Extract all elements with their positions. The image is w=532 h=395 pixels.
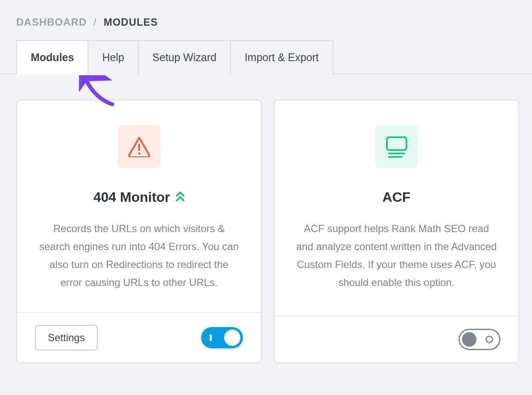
module-title-text: 404 Monitor — [94, 189, 170, 205]
tabs: Modules Help Setup Wizard Import & Expor… — [16, 40, 532, 75]
toggle-knob — [462, 332, 476, 347]
module-description: ACF support helps Rank Math SEO read and… — [296, 220, 497, 292]
svg-point-1 — [138, 153, 140, 155]
toggle-acf[interactable] — [459, 329, 500, 350]
alert-triangle-icon — [118, 125, 161, 168]
module-description: Records the URLs on which visitors & sea… — [38, 220, 240, 292]
toggle-404-monitor[interactable] — [201, 327, 243, 348]
module-title-acf: ACF — [296, 189, 497, 205]
tab-import-export[interactable]: Import & Export — [230, 40, 333, 75]
breadcrumb-separator: / — [94, 16, 97, 28]
double-chevron-up-icon — [176, 189, 184, 205]
breadcrumb: DASHBOARD / MODULES — [0, 0, 532, 28]
settings-button-404-monitor[interactable]: Settings — [35, 325, 98, 351]
module-card-acf: ACF ACF support helps Rank Math SEO read… — [274, 100, 519, 363]
breadcrumb-current: MODULES — [104, 16, 158, 28]
toggle-knob — [224, 330, 240, 346]
module-title-text: ACF — [383, 189, 411, 205]
module-card-404-monitor: 404 Monitor Records the URLs on which vi… — [16, 100, 262, 363]
tab-modules[interactable]: Modules — [16, 40, 88, 75]
tab-setup-wizard[interactable]: Setup Wizard — [138, 40, 231, 75]
breadcrumb-dashboard-link[interactable]: DASHBOARD — [16, 16, 87, 28]
screen-lines-icon — [375, 125, 418, 168]
module-title-404-monitor: 404 Monitor — [38, 189, 240, 205]
svg-rect-2 — [387, 137, 406, 150]
tab-help[interactable]: Help — [88, 40, 138, 75]
